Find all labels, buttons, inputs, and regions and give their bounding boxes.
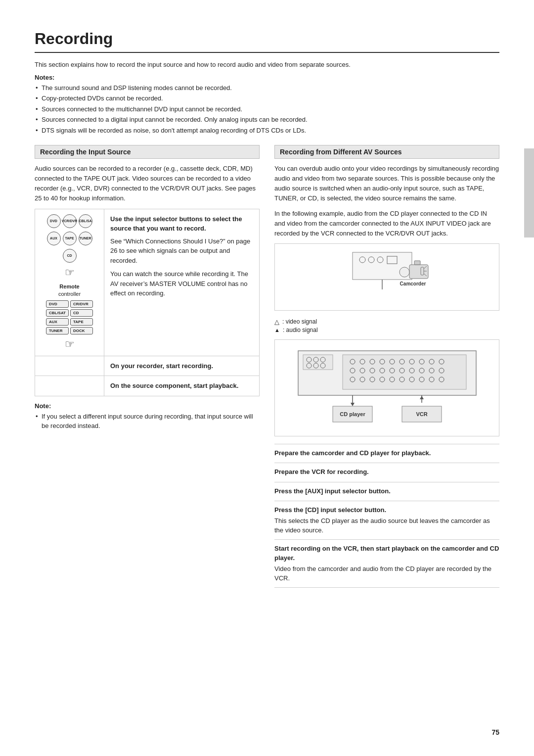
- svg-point-7: [400, 267, 409, 277]
- notes-item-4: Sources connected to a digital input can…: [35, 115, 499, 125]
- right-step-3-bold: Press the [AUX] input selector button.: [274, 486, 499, 496]
- step-2-text: On your recorder, start record­ing.: [104, 356, 259, 376]
- btn-cd: CD: [63, 249, 77, 263]
- remote-label: Remote: [59, 284, 79, 289]
- hand-pointing-icon-2: ☞: [65, 338, 75, 351]
- svg-text:VCR: VCR: [416, 411, 427, 417]
- btn-tape: TAPE: [63, 232, 77, 245]
- btn-dvd: DVD: [47, 214, 61, 228]
- right-step-4: Press the [CD] input selector button. Th…: [274, 501, 499, 540]
- remote-btn-tape: TAPE: [70, 318, 93, 326]
- recording-different-body1: You can overdub audio onto your video re…: [274, 164, 499, 204]
- note-text: If you select a different input source d…: [35, 412, 260, 431]
- step-2-row: On your recorder, start record­ing.: [35, 356, 259, 377]
- notes-label: Notes:: [35, 74, 499, 81]
- receiver-diagram-block: CD player VCR: [274, 339, 499, 436]
- remote-btn-crdvr: CR/DVR: [70, 300, 93, 308]
- step-1-illustration: DVD VCR/DVR CBL/SA AUX TAPE TUNER CD ☞: [35, 209, 104, 356]
- notes-list: The surround sound and DSP listening mod…: [35, 83, 499, 136]
- step-3-bold: On the source component, start playback.: [110, 382, 238, 389]
- step-1-text: Use the input selector buttons to select…: [104, 209, 259, 356]
- page-title: Recording: [35, 30, 499, 53]
- svg-marker-54: [351, 403, 355, 406]
- camcorder-diagram: Camcorder: [274, 243, 499, 311]
- right-step-3: Press the [AUX] input selector button.: [274, 482, 499, 502]
- svg-rect-8: [414, 261, 420, 265]
- right-step-5: Start recording on the VCR, then start p…: [274, 540, 499, 588]
- step-1-body1: See “Which Connections Should I Use?” on…: [110, 236, 253, 266]
- step-1-bold: Use the input selector buttons to select…: [110, 215, 242, 233]
- remote-btn-cd: CD: [70, 309, 93, 317]
- right-step-1-bold: Prepare the camcorder and CD player for …: [274, 448, 499, 458]
- front-panel-illustration: DVD VCR/DVR CBL/SA AUX TAPE TUNER CD ☞: [46, 214, 93, 351]
- recording-different-sources-heading: Recording from Different AV Sources: [274, 145, 499, 159]
- step-2-left: [35, 356, 104, 376]
- right-step-5-body: Video from the camcorder and audio from …: [274, 565, 491, 582]
- hand-pointing-icon: ☞: [65, 266, 75, 279]
- right-step-4-body: This selects the CD player as the audio …: [274, 517, 490, 534]
- btn-aux: AUX: [47, 232, 61, 245]
- right-column: Recording from Different AV Sources You …: [274, 145, 499, 588]
- video-signal-label: : video signal: [282, 318, 317, 325]
- btn-cblsa: CBL/SA: [79, 214, 92, 228]
- input-source-table: DVD VCR/DVR CBL/SA AUX TAPE TUNER CD ☞: [35, 209, 260, 396]
- right-step-1: Prepare the camcorder and CD player for …: [274, 444, 499, 464]
- step-2-bold: On your recorder, start record­ing.: [110, 362, 213, 370]
- remote-btn-tuner: TUNER: [46, 327, 69, 334]
- btn-vcrdvr: VCR/DVR: [63, 214, 77, 228]
- step-1-row: DVD VCR/DVR CBL/SA AUX TAPE TUNER CD ☞: [35, 209, 259, 356]
- recording-input-source-heading: Recording the Input Source: [35, 145, 260, 159]
- step-1-body2: You can watch the source while recording…: [110, 269, 253, 298]
- video-signal-icon: △: [274, 318, 279, 326]
- remote-btn-cblsat: CBL/SAT: [46, 309, 69, 317]
- remote-btn-dock: DOCK: [70, 327, 93, 334]
- svg-marker-56: [420, 396, 424, 399]
- notes-item-5: DTS signals will be recorded as noise, s…: [35, 126, 499, 136]
- remote-sublabel: controller: [58, 291, 81, 297]
- svg-rect-6: [409, 265, 428, 279]
- right-step-2: Prepare the VCR for recording.: [274, 463, 499, 482]
- svg-text:Camcorder: Camcorder: [400, 281, 426, 286]
- bottom-note: Note: If you select a different input so…: [35, 402, 260, 431]
- video-legend: △ : video signal: [274, 318, 499, 326]
- right-step-2-bold: Prepare the VCR for recording.: [274, 467, 499, 477]
- notes-item-2: Copy-protected DVDs cannot be recorded.: [35, 94, 499, 103]
- page-number: 75: [491, 728, 499, 736]
- step-3-row: On the source component, start playback.: [35, 376, 259, 396]
- note-label: Note:: [35, 402, 260, 410]
- signal-legend: △ : video signal ▲ : audio signal: [274, 318, 499, 333]
- audio-signal-label: : audio signal: [283, 327, 318, 333]
- right-steps: Prepare the camcorder and CD player for …: [274, 444, 499, 588]
- side-tab: [524, 148, 534, 237]
- remote-btn-aux: AUX: [46, 318, 69, 326]
- recording-different-body2: In the following example, audio from the…: [274, 209, 499, 238]
- audio-legend: ▲ : audio signal: [274, 327, 499, 333]
- audio-signal-icon: ▲: [274, 327, 280, 333]
- receiver-svg: CD player VCR: [293, 346, 481, 430]
- remote-btn-dvd: DVD: [46, 300, 69, 308]
- step-3-left: [35, 376, 104, 396]
- recording-input-source-body: Audio sources can be recorded to a recor…: [35, 164, 260, 204]
- right-step-4-bold: Press the [CD] input selector button.: [274, 505, 499, 515]
- right-step-5-bold: Start recording on the VCR, then start p…: [274, 544, 499, 563]
- btn-tuner: TUNER: [79, 232, 92, 245]
- camcorder-svg: Camcorder: [338, 250, 437, 304]
- step-3-text: On the source component, start playback.: [104, 376, 259, 396]
- notes-item-1: The surround sound and DSP listening mod…: [35, 83, 499, 93]
- svg-text:CD player: CD player: [340, 411, 365, 417]
- svg-rect-22: [343, 355, 466, 389]
- notes-item-3: Sources connected to the multichannel DV…: [35, 104, 499, 114]
- intro-text: This section explains how to record the …: [35, 60, 499, 70]
- left-column: Recording the Input Source Audio sources…: [35, 145, 260, 588]
